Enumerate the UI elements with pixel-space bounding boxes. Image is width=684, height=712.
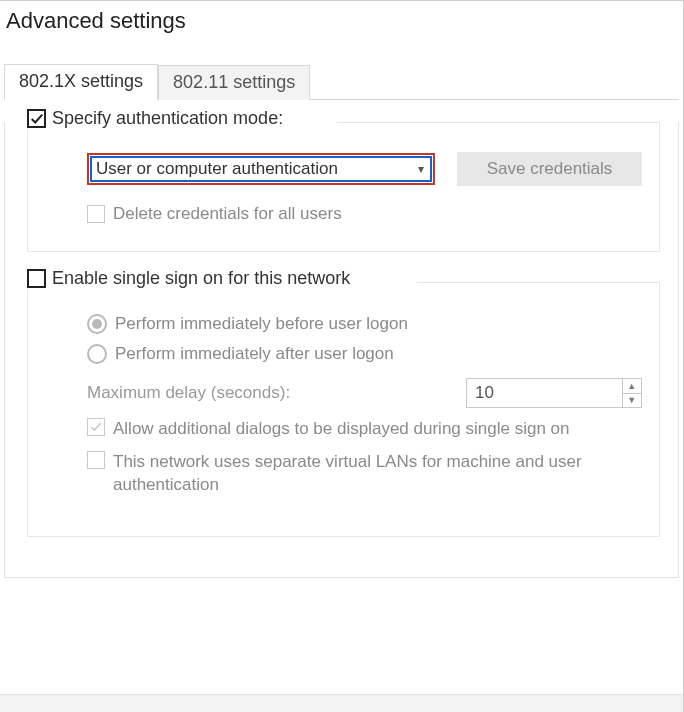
allow-dialogs-label: Allow additional dialogs to be displayed… — [113, 418, 569, 441]
enable-sso-label: Enable single sign on for this network — [52, 268, 350, 289]
radio-before-logon[interactable] — [87, 314, 107, 334]
radio-before-logon-label: Perform immediately before user logon — [115, 314, 408, 334]
separate-vlans-label: This network uses separate virtual LANs … — [113, 451, 613, 497]
spin-up-icon[interactable]: ▲ — [623, 379, 641, 394]
chevron-down-icon: ▾ — [418, 162, 424, 176]
sso-group: Enable single sign on for this network P… — [27, 282, 660, 537]
delete-credentials-label: Delete credentials for all users — [113, 204, 342, 224]
save-credentials-button[interactable]: Save credentials — [457, 152, 642, 186]
specify-auth-mode-checkbox[interactable] — [27, 109, 46, 128]
auth-mode-dropdown[interactable]: User or computer authentication ▾ — [87, 153, 435, 185]
spin-down-icon[interactable]: ▼ — [623, 394, 641, 408]
footer-strip — [0, 694, 683, 712]
advanced-settings-window: Advanced settings 802.1X settings 802.11… — [0, 0, 684, 712]
separate-vlans-checkbox[interactable] — [87, 451, 105, 469]
tab-panel: Specify authentication mode: User or com… — [4, 122, 679, 578]
max-delay-label: Maximum delay (seconds): — [87, 383, 290, 403]
allow-dialogs-checkbox[interactable] — [87, 418, 105, 436]
enable-sso-checkbox[interactable] — [27, 269, 46, 288]
auth-mode-value: User or computer authentication — [96, 159, 338, 179]
radio-after-logon-label: Perform immediately after user logon — [115, 344, 394, 364]
max-delay-input[interactable] — [467, 383, 622, 403]
specify-auth-mode-label: Specify authentication mode: — [52, 108, 283, 129]
max-delay-spinbox[interactable]: ▲ ▼ — [466, 378, 642, 408]
tab-80211[interactable]: 802.11 settings — [158, 65, 310, 100]
radio-after-logon[interactable] — [87, 344, 107, 364]
auth-mode-group: Specify authentication mode: User or com… — [27, 122, 660, 252]
tab-8021x[interactable]: 802.1X settings — [4, 64, 158, 100]
window-title: Advanced settings — [0, 1, 683, 34]
delete-credentials-checkbox[interactable] — [87, 205, 105, 223]
tab-strip: 802.1X settings 802.11 settings — [4, 62, 679, 100]
